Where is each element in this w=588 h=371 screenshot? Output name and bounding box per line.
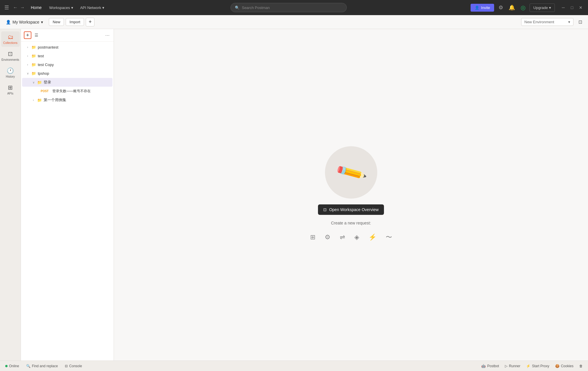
collections-icon: 🗂 [8,34,13,40]
request-item-login-fail[interactable]: POST 登录失败——账号不存在 [22,87,112,95]
add-tab-button[interactable]: + [86,18,94,26]
workspaces-nav[interactable]: Workspaces ▾ [47,4,75,11]
settings-button[interactable]: ⚙ [496,3,505,12]
proxy-icon: ⚡ [526,364,530,368]
close-button[interactable]: ✕ [577,4,585,11]
online-status[interactable]: Online [3,363,21,369]
history-icon: 🕐 [7,67,14,74]
method-badge: POST [41,90,50,93]
forward-button[interactable]: → [19,4,26,11]
empty-icon-circle: ✏️ [325,146,377,199]
hamburger-button[interactable]: ☰ [3,4,10,11]
invite-button[interactable]: 👤 Invite [471,4,494,12]
cookies-button[interactable]: 🍪 Cookies [553,363,575,369]
folder-item-denglu[interactable]: ∨ 📁 登录 [22,78,112,87]
console-icon: ⊟ [65,364,68,368]
find-replace-button[interactable]: 🔍 Find and replace [24,363,60,369]
pencil-icon: ✏️ [334,156,368,189]
upgrade-button[interactable]: Upgrade ▾ [530,3,555,12]
trash-icon: 🗑 [579,364,583,368]
collection-item-first[interactable]: › 📁 第一个用例集 [22,96,112,104]
collection-folder-icon: 📁 [31,71,36,76]
workspace-actions: New Import + [49,18,94,26]
online-dot [5,365,8,367]
collection-folder-icon: 📁 [31,63,36,67]
collection-item-test[interactable]: › 📁 test [22,52,112,60]
runner-icon: ▷ [505,364,507,368]
workspace-bar: 👤 My Workspace ▾ New Import + New Enviro… [0,15,588,29]
apis-icon: ⊞ [8,84,13,91]
main-content: 🗂 Collections ⊡ Environments 🕐 History ⊞… [0,29,588,361]
create-request-label: Create a new request: [331,221,371,225]
postbot-button[interactable]: 🤖 Postbot [480,363,501,369]
sidebar-item-environments[interactable]: ⊡ Environments [1,48,20,64]
collection-item-postmantest[interactable]: › 📁 postmantest [22,43,112,51]
maximize-button[interactable]: □ [568,4,576,11]
panel-toolbar: + ☰ ··· [21,29,114,42]
statusbar: Online 🔍 Find and replace ⊟ Console 🤖 Po… [0,361,588,371]
workspaces-chevron-icon: ▾ [71,6,73,10]
avatar-button[interactable]: ◎ [519,3,527,12]
graphql-icon[interactable]: ◈ [353,232,361,243]
request-type-icons: ⊞ ⚙ ⇌ ◈ ⚡ 〜 [308,231,394,243]
import-button[interactable]: Import [66,18,84,26]
websocket-icon[interactable]: ⇌ [338,232,347,243]
chevron-down-icon: ∨ [31,81,35,84]
api-network-nav[interactable]: API Network ▾ [78,4,107,11]
postbot-icon: 🤖 [481,364,486,368]
chevron-right-icon: › [31,99,35,102]
filter-button[interactable]: ☰ [33,31,40,39]
http-request-icon[interactable]: ⊞ [308,232,317,243]
titlebar-right: 👤 Invite ⚙ 🔔 ◎ Upgrade ▾ ─ □ ✕ [471,3,585,12]
open-workspace-overview-button[interactable]: ⊡ Open Workspace Overview [318,204,384,215]
window-controls: ─ □ ✕ [560,4,585,11]
env-chevron-icon: ▾ [568,20,570,24]
find-replace-icon: 🔍 [26,364,31,368]
add-collection-button[interactable]: + [24,31,31,39]
collection-folder-icon: 📁 [31,45,36,49]
folder-icon: 📁 [37,98,42,102]
titlebar: ☰ ← → Home Workspaces ▾ API Network ▾ 🔍 … [0,0,588,15]
workspace-link-icon: ⊡ [323,207,327,212]
workspace-person-icon: 👤 [6,20,11,24]
status-right: 🤖 Postbot ▷ Runner ⚡ Start Proxy 🍪 Cooki… [480,363,585,369]
trash-button[interactable]: 🗑 [578,363,585,369]
workspace-name[interactable]: 👤 My Workspace ▾ [3,19,45,26]
workspace-overview-button[interactable]: ⊡ [576,18,585,26]
sidebar-item-collections[interactable]: 🗂 Collections [1,31,20,47]
empty-state: ✏️ ⊡ Open Workspace Overview Create a ne… [308,146,394,243]
more-options-button[interactable]: ··· [104,32,111,39]
minimize-button[interactable]: ─ [560,4,567,11]
start-proxy-button[interactable]: ⚡ Start Proxy [524,363,551,369]
back-button[interactable]: ← [12,4,19,11]
upgrade-chevron-icon: ▾ [549,6,551,10]
collections-list: › 📁 postmantest › 📁 test › 📁 test Copy ∨… [21,42,114,361]
chevron-right-icon: › [26,54,30,58]
collection-item-test-copy[interactable]: › 📁 test Copy [22,60,112,69]
folder-icon: 📁 [37,80,42,85]
collection-folder-icon: 📁 [31,54,36,58]
nav-arrows: ← → [12,4,26,11]
workspace-area: ✏️ ⊡ Open Workspace Overview Create a ne… [114,29,588,361]
search-bar[interactable]: 🔍 Search Postman [230,3,347,12]
workspace-bar-right: New Environment ▾ ⊡ [521,18,585,26]
socketio-icon[interactable]: ⚡ [367,232,378,243]
sidebar-item-apis[interactable]: ⊞ APIs [1,82,20,97]
invite-icon: 👤 [475,6,479,10]
environment-selector[interactable]: New Environment ▾ [521,18,573,26]
sidebar-item-history[interactable]: 🕐 History [1,65,20,81]
collections-panel: + ☰ ··· › 📁 postmantest › 📁 test › 📁 te [21,29,114,361]
chevron-right-icon: › [26,63,30,66]
mqtt-icon[interactable]: 〜 [384,231,394,243]
runner-button[interactable]: ▷ Runner [503,363,522,369]
titlebar-controls: ☰ [3,4,10,11]
chevron-right-icon: › [26,46,30,49]
collection-item-tpshop[interactable]: ∨ 📁 tpshop [22,69,112,78]
home-tab[interactable]: Home [28,4,44,11]
new-button[interactable]: New [49,18,64,26]
notification-button[interactable]: 🔔 [507,3,516,12]
cookies-icon: 🍪 [555,364,560,368]
chevron-down-icon: ∨ [26,72,30,75]
grpc-icon[interactable]: ⚙ [323,232,332,243]
console-button[interactable]: ⊟ Console [63,363,84,369]
